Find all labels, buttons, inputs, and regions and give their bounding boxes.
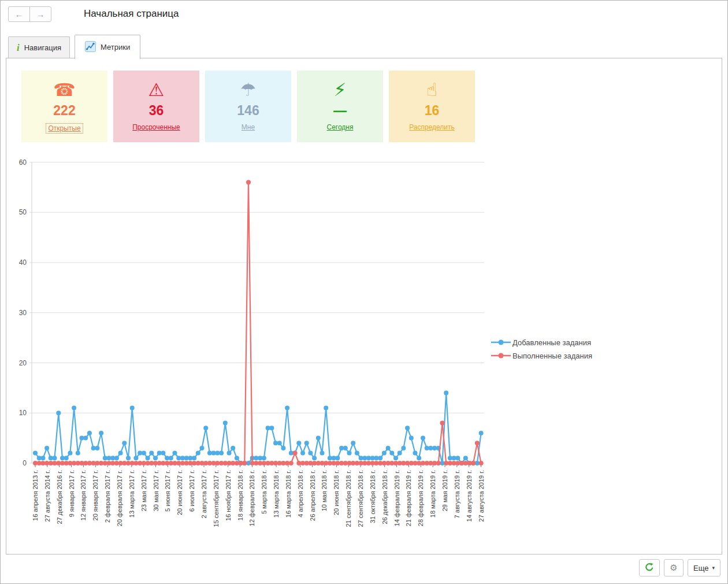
more-button[interactable]: Еще ▾ [688, 559, 720, 576]
tab-navigation[interactable]: i Навигация [8, 36, 70, 58]
my-tasks-count: 146 [237, 102, 259, 119]
svg-text:21 февраля 2019 г.: 21 февраля 2019 г. [405, 470, 412, 526]
open-tasks-link[interactable]: Открытые [46, 123, 83, 134]
chart-legend: Добавленные задания Выполненные задания [491, 336, 592, 363]
svg-text:20 января 2017 г.: 20 января 2017 г. [92, 470, 99, 520]
svg-text:5 марта 2018 г.: 5 марта 2018 г. [261, 470, 268, 514]
svg-text:14 февраля 2019 г.: 14 февраля 2019 г. [393, 470, 400, 526]
legend-item-completed: Выполненные задания [491, 349, 592, 363]
svg-text:40: 40 [19, 258, 27, 267]
tab-metrics-label: Метрики [101, 43, 130, 51]
svg-text:10 мая 2018 г.: 10 мая 2018 г. [321, 470, 328, 511]
legend-label-added: Добавленные задания [512, 338, 591, 347]
svg-text:14 августа 2019 г.: 14 августа 2019 г. [466, 470, 473, 522]
svg-text:2 августа 2017 г.: 2 августа 2017 г. [200, 470, 207, 518]
my-tasks-link[interactable]: Мне [242, 123, 255, 131]
svg-text:26 декабря 2018 г.: 26 декабря 2018 г. [381, 470, 388, 524]
svg-text:27 декабря 2016 г.: 27 декабря 2016 г. [56, 470, 63, 524]
svg-text:18 января 2018 г.: 18 января 2018 г. [237, 470, 244, 520]
history-nav: ← → [8, 6, 51, 22]
forward-button[interactable]: → [29, 6, 51, 22]
svg-text:10: 10 [19, 409, 27, 417]
distribute-tasks-link[interactable]: Распределить [409, 123, 455, 131]
pointing-hand-icon: ☝ [426, 79, 437, 102]
card-open-tasks: ☎ 222 Открытые [21, 71, 107, 142]
legend-item-added: Добавленные задания [491, 336, 592, 349]
svg-text:29 мая 2019 г.: 29 мая 2019 г. [441, 470, 448, 511]
distribute-tasks-count: 16 [425, 102, 440, 119]
gear-icon: ⚙ [670, 563, 677, 573]
legend-label-completed: Выполненные задания [512, 352, 592, 360]
lightning-icon: ⚡ [334, 79, 347, 102]
svg-text:27 сентября 2018 г.: 27 сентября 2018 г. [357, 470, 364, 527]
svg-text:16 ноября 2017 г.: 16 ноября 2017 г. [225, 470, 232, 521]
svg-text:50: 50 [19, 208, 27, 216]
svg-text:12 февраля 2018 г.: 12 февраля 2018 г. [248, 470, 255, 526]
svg-text:7 августа 2019 г.: 7 августа 2019 г. [454, 470, 460, 518]
info-icon: i [17, 43, 20, 53]
tab-navigation-label: Навигация [24, 43, 61, 52]
svg-text:26 апреля 2018 г.: 26 апреля 2018 г. [309, 470, 316, 521]
today-tasks-link[interactable]: Сегодня [327, 123, 354, 131]
line-chart-icon [85, 41, 96, 54]
svg-text:20: 20 [19, 359, 27, 367]
svg-text:60: 60 [19, 158, 27, 167]
refresh-icon [645, 563, 654, 574]
svg-text:21 сентября 2018 г.: 21 сентября 2018 г. [345, 470, 352, 527]
svg-text:5 июня 2017 г.: 5 июня 2017 г. [164, 470, 171, 512]
svg-text:12 января 2017 г.: 12 января 2017 г. [80, 470, 87, 520]
svg-text:30 мая 2017 г.: 30 мая 2017 г. [153, 470, 159, 511]
back-arrow-icon: ← [15, 9, 24, 19]
overdue-tasks-count: 36 [149, 102, 164, 119]
card-today-tasks: ⚡ — Сегодня [297, 71, 383, 142]
svg-text:20 июня 2018 г.: 20 июня 2018 г. [333, 470, 340, 515]
umbrella-icon: ☂ [240, 79, 257, 102]
chevron-down-icon: ▾ [712, 565, 715, 571]
back-button[interactable]: ← [8, 6, 30, 22]
tasks-chart-canvas: 010203040506016 апреля 2013 г.27 августа… [0, 157, 488, 545]
svg-text:31 октября 2018 г.: 31 октября 2018 г. [369, 470, 376, 523]
svg-text:30: 30 [19, 309, 27, 317]
svg-text:28 февраля 2019 г.: 28 февраля 2019 г. [417, 470, 424, 526]
svg-text:15 сентября 2017 г.: 15 сентября 2017 г. [213, 470, 220, 527]
settings-button[interactable]: ⚙ [664, 559, 684, 576]
svg-text:2 февраля 2017 г.: 2 февраля 2017 г. [104, 470, 111, 523]
bottom-toolbar: ⚙ Еще ▾ [639, 559, 720, 576]
page-title: Начальная страница [84, 8, 179, 20]
tasks-chart: 010203040506016 апреля 2013 г.27 августа… [0, 157, 488, 547]
more-button-label: Еще [693, 564, 708, 572]
metric-cards: ☎ 222 Открытые ⚠ 36 Просроченные ☂ 146 М… [21, 71, 475, 142]
svg-text:18 марта 2019 г.: 18 марта 2019 г. [429, 470, 436, 518]
svg-text:4 апреля 2018 г.: 4 апреля 2018 г. [297, 470, 304, 518]
forward-arrow-icon: → [36, 9, 45, 19]
legend-swatch-completed [491, 352, 511, 360]
card-overdue-tasks: ⚠ 36 Просроченные [113, 71, 199, 142]
card-distribute-tasks: ☝ 16 Распределить [389, 71, 475, 142]
refresh-button[interactable] [639, 559, 660, 576]
svg-text:27 августа 2014 г.: 27 августа 2014 г. [44, 470, 51, 522]
svg-text:0: 0 [23, 459, 27, 467]
today-tasks-count: — [333, 102, 347, 119]
svg-text:16 марта 2018 г.: 16 марта 2018 г. [285, 470, 292, 518]
overdue-tasks-link[interactable]: Просроченные [132, 123, 180, 131]
open-tasks-count: 222 [53, 102, 75, 119]
svg-text:27 августа 2019 г.: 27 августа 2019 г. [478, 470, 485, 522]
svg-text:6 июля 2017 г.: 6 июля 2017 г. [188, 470, 195, 512]
card-my-tasks: ☂ 146 Мне [205, 71, 291, 142]
phone-icon: ☎ [53, 79, 76, 102]
svg-text:20 июня 2017 г.: 20 июня 2017 г. [176, 470, 183, 515]
svg-text:23 мая 2017 г.: 23 мая 2017 г. [140, 470, 147, 511]
svg-text:13 марта 2018 г.: 13 марта 2018 г. [273, 470, 280, 518]
svg-text:13 марта 2017 г.: 13 марта 2017 г. [128, 470, 135, 518]
legend-swatch-added [491, 338, 511, 347]
tab-metrics[interactable]: Метрики [75, 35, 140, 59]
warning-icon: ⚠ [148, 79, 165, 102]
svg-text:20 февраля 2017 г.: 20 февраля 2017 г. [116, 470, 123, 526]
svg-text:9 января 2017 г.: 9 января 2017 г. [68, 470, 75, 517]
svg-text:16 апреля 2013 г.: 16 апреля 2013 г. [32, 470, 39, 521]
